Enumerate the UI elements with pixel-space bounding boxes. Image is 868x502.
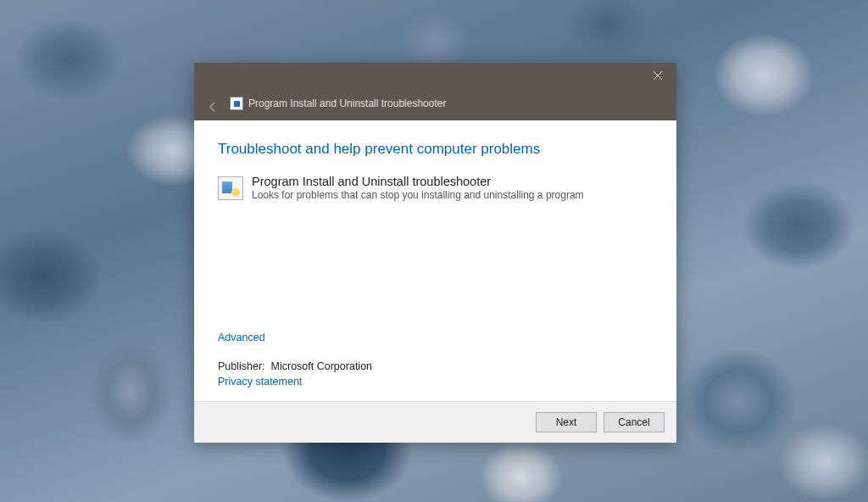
- titlebar: Program Install and Uninstall troublesho…: [194, 63, 676, 120]
- advanced-link[interactable]: Advanced: [218, 332, 265, 343]
- cancel-button[interactable]: Cancel: [604, 412, 665, 432]
- publisher-row: Publisher: Microsoft Corporation: [218, 360, 653, 372]
- troubleshooter-icon: [230, 97, 243, 110]
- troubleshooter-dialog: Program Install and Uninstall troublesho…: [194, 63, 676, 443]
- program-entry: Program Install and Uninstall troublesho…: [218, 175, 653, 201]
- program-text: Program Install and Uninstall troublesho…: [252, 175, 584, 201]
- back-arrow-icon: [206, 100, 220, 114]
- back-button: [206, 100, 220, 114]
- close-icon: [654, 71, 662, 80]
- program-title: Program Install and Uninstall troublesho…: [252, 175, 584, 188]
- publisher-value: Microsoft Corporation: [271, 360, 373, 372]
- close-button[interactable]: [638, 63, 676, 88]
- dialog-content: Troubleshoot and help prevent computer p…: [194, 120, 676, 401]
- program-icon: [218, 176, 243, 200]
- dialog-footer: Next Cancel: [194, 401, 676, 443]
- program-description: Looks for problems that can stop you ins…: [252, 189, 584, 201]
- next-button[interactable]: Next: [536, 412, 597, 432]
- window-title: Program Install and Uninstall troublesho…: [248, 98, 446, 109]
- publisher-label: Publisher:: [218, 360, 265, 372]
- content-spacer: [218, 208, 653, 332]
- privacy-statement-link[interactable]: Privacy statement: [218, 376, 302, 388]
- page-heading: Troubleshoot and help prevent computer p…: [218, 141, 653, 158]
- title-row: Program Install and Uninstall troublesho…: [230, 97, 446, 110]
